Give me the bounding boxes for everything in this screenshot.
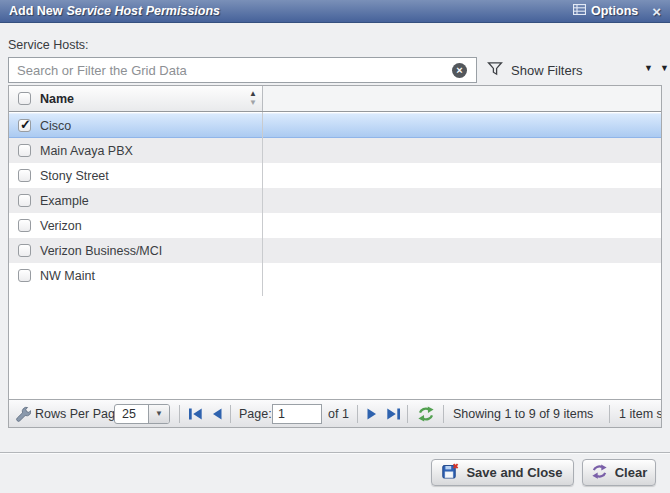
last-page-button[interactable]	[386, 407, 401, 420]
table-row[interactable]: Verizon	[9, 213, 661, 238]
row-name: Main Avaya PBX	[40, 144, 133, 158]
show-filters-button[interactable]: Show Filters	[487, 59, 583, 81]
pagination-toolbar: Rows Per Page: 25 ▼ Page: of 1	[9, 399, 661, 427]
table-row[interactable]: Stony Street	[9, 163, 661, 188]
row-checkbox[interactable]	[18, 119, 31, 132]
row-name: Cisco	[40, 119, 71, 133]
refresh-icon[interactable]	[417, 406, 435, 422]
name-column-header[interactable]: Name	[40, 92, 74, 106]
toolbar-divider	[609, 405, 610, 423]
page-title: Add NewService Host Permissions	[9, 4, 220, 18]
clear-refresh-icon	[591, 464, 608, 482]
row-checkbox[interactable]	[18, 244, 31, 257]
page-label: Page:	[239, 407, 272, 421]
toolbar-divider	[230, 405, 231, 423]
row-checkbox[interactable]	[18, 144, 31, 157]
table-row[interactable]: NW Maint	[9, 263, 661, 288]
save-and-close-button[interactable]: Save and Close	[431, 459, 574, 486]
showing-items-status: Showing 1 to 9 of 9 items	[453, 407, 593, 421]
title-emphasis: Service Host Permissions	[66, 4, 220, 18]
clear-label: Clear	[615, 465, 648, 480]
options-button[interactable]: Options	[573, 4, 638, 18]
service-hosts-label: Service Hosts:	[8, 38, 89, 52]
service-hosts-grid: Name ▲ ▼ Cisco Main Avaya PBX Stony Stre…	[8, 85, 662, 428]
empty-column-header	[262, 86, 661, 111]
chevron-down-icon[interactable]: ▼	[644, 63, 653, 73]
table-row[interactable]: Main Avaya PBX	[9, 138, 661, 163]
items-selected-status: 1 item sel	[619, 407, 661, 421]
row-checkbox[interactable]	[18, 169, 31, 182]
row-checkbox[interactable]	[18, 194, 31, 207]
page-of-label: of 1	[328, 407, 349, 421]
filter-funnel-icon	[487, 61, 503, 79]
show-filters-label: Show Filters	[511, 63, 583, 78]
toolbar-divider	[443, 405, 444, 423]
rows-per-page-select[interactable]: 25 ▼	[114, 404, 170, 424]
previous-page-button[interactable]	[210, 407, 223, 420]
add-new-service-host-permissions-dialog: Add NewService Host Permissions Options …	[0, 0, 670, 493]
row-checkbox[interactable]	[18, 219, 31, 232]
toolbar-divider	[407, 405, 408, 423]
clear-search-icon[interactable]: ×	[452, 63, 467, 78]
page-number-input[interactable]	[272, 404, 322, 424]
title-prefix: Add New	[9, 4, 62, 18]
row-name: Stony Street	[40, 169, 109, 183]
wrench-icon[interactable]	[15, 406, 31, 422]
row-checkbox[interactable]	[18, 269, 31, 282]
footer-divider	[0, 452, 670, 453]
first-page-button[interactable]	[188, 407, 203, 420]
table-row[interactable]: Example	[9, 188, 661, 213]
options-grid-icon	[573, 4, 586, 18]
dialog-titlebar: Add NewService Host Permissions Options …	[0, 0, 670, 23]
column-divider	[262, 112, 263, 296]
grid-header: Name ▲ ▼	[9, 86, 661, 112]
chevron-down-icon: ▼	[148, 404, 169, 424]
clear-button[interactable]: Clear	[582, 459, 656, 486]
row-name: NW Maint	[40, 269, 95, 283]
select-all-checkbox[interactable]	[18, 92, 31, 105]
save-and-close-label: Save and Close	[466, 465, 562, 480]
options-label: Options	[591, 4, 638, 18]
row-name: Example	[40, 194, 89, 208]
row-name: Verizon	[40, 219, 82, 233]
filter-menu-carets: ▼ ▼	[644, 63, 669, 73]
rows-per-page-label: Rows Per Page:	[35, 407, 125, 421]
toolbar-divider	[179, 405, 180, 423]
toolbar-divider	[357, 405, 358, 423]
sort-icon: ▲ ▼	[249, 89, 257, 107]
search-input[interactable]	[8, 57, 477, 83]
grid-body: Cisco Main Avaya PBX Stony Street Exampl…	[9, 113, 661, 288]
titlebar-actions: Options ×	[573, 4, 661, 19]
table-row[interactable]: Cisco	[9, 113, 661, 138]
rows-per-page-value: 25	[115, 407, 148, 421]
row-name: Verizon Business/MCI	[40, 244, 162, 258]
chevron-down-icon[interactable]: ▼	[660, 63, 669, 73]
save-icon	[442, 463, 459, 482]
next-page-button[interactable]	[366, 407, 379, 420]
table-row[interactable]: Verizon Business/MCI	[9, 238, 661, 263]
close-icon[interactable]: ×	[652, 4, 661, 19]
